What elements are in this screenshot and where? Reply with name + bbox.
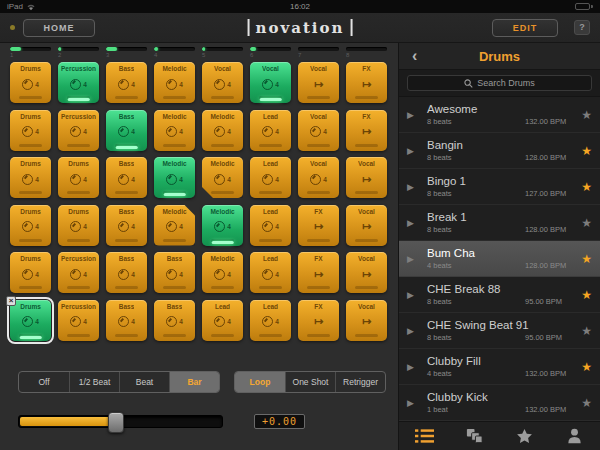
pad-vocal-r1c6[interactable]: Vocal4 [250,62,291,103]
pad-drums-r6c1[interactable]: ×Drums4 [10,300,51,341]
pad-drums-r5c1[interactable]: Drums4 [10,252,51,293]
play-mode-option-one-shot[interactable]: One Shot [285,372,335,392]
pad-bass-r4c3[interactable]: Bass4 [106,205,147,246]
loop-item-break-1[interactable]: ▶Break 18 beats128.00 BPM★ [399,205,600,241]
pad-category-label: FX [362,65,370,72]
loop-item-che-swing-beat-91[interactable]: ▶CHE Swing Beat 918 beats95.00 BPM★ [399,313,600,349]
pad-bass-r5c3[interactable]: Bass4 [106,252,147,293]
pad-bass-r1c3[interactable]: Bass4 [106,62,147,103]
tempo-slider[interactable] [18,415,223,428]
pad-lead-r6c6[interactable]: Lead4 [250,300,291,341]
pad-percussion-r5c2[interactable]: Percussion4 [58,252,99,293]
pad-loop-name [67,334,90,337]
play-icon[interactable]: ▶ [407,326,423,336]
pad-vocal-r4c8[interactable]: Vocal↦ [346,205,387,246]
pad-melodic-r2c4[interactable]: Melodic4 [154,110,195,151]
pad-lead-r3c6[interactable]: Lead4 [250,157,291,198]
pad-percussion-r2c2[interactable]: Percussion4 [58,110,99,151]
play-icon[interactable]: ▶ [407,110,423,120]
pad-lead-r2c6[interactable]: Lead4 [250,110,291,151]
favorite-star-icon[interactable]: ★ [576,216,592,230]
favorite-star-icon[interactable]: ★ [576,252,592,266]
pad-melodic-r2c5[interactable]: Melodic4 [202,110,243,151]
tab-favorites-icon[interactable] [515,428,534,444]
quantize-option-off[interactable]: Off [19,372,69,392]
edit-button[interactable]: EDIT [492,19,558,37]
pad-vocal-r5c8[interactable]: Vocal↦ [346,252,387,293]
tab-loop-list-icon[interactable] [415,428,434,444]
quantize-option-beat[interactable]: Beat [119,372,169,392]
play-icon[interactable]: ▶ [407,218,423,228]
pad-drums-r3c2[interactable]: Drums4 [58,157,99,198]
back-chevron-icon[interactable]: ‹ [412,49,417,63]
favorite-star-icon[interactable]: ★ [576,396,592,410]
pad-melodic-r1c4[interactable]: Melodic4 [154,62,195,103]
pad-fx-r1c8[interactable]: FX↦ [346,62,387,103]
pad-bass-r5c4[interactable]: Bass4 [154,252,195,293]
quantize-option-bar[interactable]: Bar [169,372,219,392]
favorite-star-icon[interactable]: ★ [576,324,592,338]
pad-bass-r2c3[interactable]: Bass4 [106,110,147,151]
pad-category-label: Vocal [310,65,327,72]
play-mode-option-loop[interactable]: Loop [235,372,285,392]
tab-user-icon[interactable] [565,428,584,444]
pad-drums-r3c1[interactable]: Drums4 [10,157,51,198]
help-button[interactable]: ? [574,20,590,35]
pad-drums-r1c1[interactable]: Drums4 [10,62,51,103]
pad-melodic-r3c5[interactable]: Melodic4 [202,157,243,198]
pad-vocal-r3c8[interactable]: Vocal↦ [346,157,387,198]
pad-percussion-r6c2[interactable]: Percussion4 [58,300,99,341]
pad-drums-r4c1[interactable]: Drums4 [10,205,51,246]
tab-sessions-icon[interactable] [465,428,484,444]
loop-item-bum-cha[interactable]: ▶Bum Cha4 beats128.00 BPM★ [399,241,600,277]
favorite-star-icon[interactable]: ★ [576,144,592,158]
quantize-option-1-2-beat[interactable]: 1/2 Beat [69,372,119,392]
pad-lead-r5c6[interactable]: Lead4 [250,252,291,293]
pad-fx-r2c8[interactable]: FX↦ [346,110,387,151]
home-button[interactable]: HOME [23,19,95,37]
pad-vocal-r1c7[interactable]: Vocal↦ [298,62,339,103]
pad-lead-r4c6[interactable]: Lead4 [250,205,291,246]
tempo-slider-handle[interactable] [108,412,124,433]
pad-percussion-r1c2[interactable]: Percussion4 [58,62,99,103]
loop-item-awesome[interactable]: ▶Awesome8 beats132.00 BPM★ [399,97,600,133]
play-icon[interactable]: ▶ [407,398,423,408]
pad-drums-r4c2[interactable]: Drums4 [58,205,99,246]
pad-fx-r4c7[interactable]: FX↦ [298,205,339,246]
pad-melodic-r3c4[interactable]: Melodic4 [154,157,195,198]
pad-vocal-r3c7[interactable]: Vocal4 [298,157,339,198]
pad-melodic-r5c5[interactable]: Melodic4 [202,252,243,293]
pad-bass-r6c4[interactable]: Bass4 [154,300,195,341]
pad-loop-name [115,96,138,99]
favorite-star-icon[interactable]: ★ [576,288,592,302]
loop-item-clubby-kick[interactable]: ▶Clubby Kick1 beat132.00 BPM★ [399,385,600,421]
pad-drums-r2c1[interactable]: Drums4 [10,110,51,151]
search-input[interactable]: Search Drums [407,75,592,91]
play-icon[interactable]: ▶ [407,254,423,264]
knob-icon [262,79,273,90]
loop-name: Break 1 [427,211,576,224]
loop-item-clubby-fill[interactable]: ▶Clubby Fill4 beats132.00 BPM★ [399,349,600,385]
loop-item-che-break-88[interactable]: ▶CHE Break 888 beats95.00 BPM★ [399,277,600,313]
deselect-pad-icon[interactable]: × [6,296,16,306]
pad-fx-r6c7[interactable]: FX↦ [298,300,339,341]
play-mode-option-retrigger[interactable]: Retrigger [335,372,385,392]
pad-vocal-r2c7[interactable]: Vocal4 [298,110,339,151]
pad-bass-r6c3[interactable]: Bass4 [106,300,147,341]
pad-melodic-r4c4[interactable]: Melodic4 [154,205,195,246]
favorite-star-icon[interactable]: ★ [576,108,592,122]
pad-fx-r5c7[interactable]: FX↦ [298,252,339,293]
pad-lead-r6c5[interactable]: Lead4 [202,300,243,341]
play-icon[interactable]: ▶ [407,362,423,372]
favorite-star-icon[interactable]: ★ [576,360,592,374]
play-icon[interactable]: ▶ [407,182,423,192]
pad-bass-r3c3[interactable]: Bass4 [106,157,147,198]
play-icon[interactable]: ▶ [407,146,423,156]
favorite-star-icon[interactable]: ★ [576,180,592,194]
play-icon[interactable]: ▶ [407,290,423,300]
loop-item-bangin[interactable]: ▶Bangin8 beats128.00 BPM★ [399,133,600,169]
pad-vocal-r6c8[interactable]: Vocal↦ [346,300,387,341]
pad-vocal-r1c5[interactable]: Vocal4 [202,62,243,103]
pad-melodic-r4c5[interactable]: Melodic4 [202,205,243,246]
loop-item-bingo-1[interactable]: ▶Bingo 18 beats127.00 BPM★ [399,169,600,205]
